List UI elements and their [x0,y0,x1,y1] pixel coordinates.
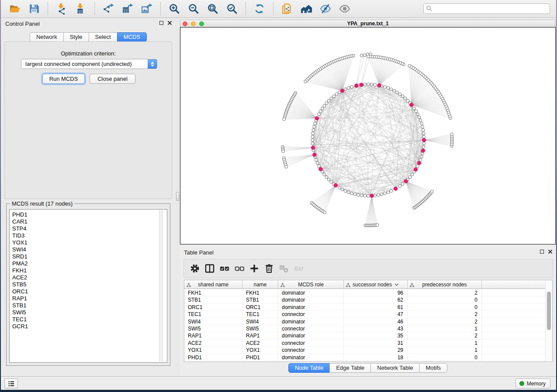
table-row[interactable]: SWI5SWI5connector431 [184,325,545,332]
table-row[interactable]: YOX1YOX1connector291 [184,347,545,354]
memory-status-icon [519,381,524,386]
settings-icon[interactable] [187,262,202,275]
column-header-MCDS-role[interactable]: MCDS role [278,280,344,289]
optimization-criterion-select[interactable]: largest connected component (undirected) [21,59,157,69]
float-panel-icon[interactable] [159,21,163,25]
mcds-result-node[interactable]: FKH1 [10,267,167,274]
vertical-splitter[interactable] [176,18,180,376]
table-row[interactable]: PHD1PHD1dominator180 [184,354,545,361]
network-graph[interactable] [180,28,555,244]
tab-edge-table[interactable]: Edge Table [329,363,371,373]
mcds-result-node[interactable]: CAR1 [10,218,167,225]
close-panel-icon[interactable] [167,21,172,25]
tab-network-table[interactable]: Network Table [370,363,419,373]
add-column-icon[interactable] [247,262,262,275]
close-panel-button[interactable]: Close panel [90,74,135,84]
column-header-shared-name[interactable]: shared name [184,280,242,289]
splitter-grip[interactable] [176,192,179,201]
export-image-icon[interactable] [140,2,153,15]
mcds-result-node[interactable]: RAP1 [10,295,167,302]
mcds-result-node[interactable]: SWI4 [10,246,167,253]
mcds-result-node[interactable]: TEC1 [10,316,167,323]
table-panel-title: Table Panel [184,249,214,256]
toolbar-separator [160,2,161,15]
optimization-criterion-label: Optimization criterion: [5,50,172,57]
tab-node-table[interactable]: Node Table [288,363,330,373]
delete-column-icon[interactable] [262,262,277,275]
network-canvas[interactable] [180,27,556,244]
network-window-titlebar[interactable]: YPA_prune.txt_1 [180,20,556,27]
import-table-icon[interactable] [74,2,87,15]
table-panel-tabs: Node TableEdge TableNetwork TableMotifs [180,363,556,373]
table-scrollbar[interactable] [545,280,552,361]
window-maximize-button[interactable] [199,21,204,26]
save-session-icon[interactable] [28,2,41,15]
export-network-icon[interactable] [102,2,115,15]
run-mcds-button[interactable]: Run MCDS [42,74,85,84]
node-table: shared namenameMCDS rolesuccessor nodesp… [184,280,553,362]
select-stepper-icon [148,59,157,69]
mcds-result-node[interactable]: SRD1 [10,253,167,260]
tab-mcds[interactable]: MCDS [117,32,147,42]
float-panel-icon[interactable] [540,250,544,254]
table-panel: Table Panel f(x) shared namenameMCDS rol… [180,247,556,376]
tab-network[interactable]: Network [30,32,64,42]
mcds-result-node[interactable]: PMA2 [10,260,167,267]
show-all-icon[interactable] [338,2,351,15]
open-file-icon[interactable] [8,2,21,15]
table-row[interactable]: TEC1TEC1connector472 [184,311,545,318]
mcds-result-node[interactable]: STP4 [10,225,167,232]
column-header-name[interactable]: name [242,280,278,289]
table-row[interactable]: SWI4SWI4dominator462 [184,318,545,325]
mcds-list-scrollbar[interactable] [159,210,163,362]
import-network-icon[interactable] [55,2,68,15]
task-history-button[interactable] [4,378,18,389]
tab-select[interactable]: Select [89,32,118,42]
shared-column-icon [280,282,285,289]
hide-selected-icon[interactable] [319,2,332,15]
mcds-result-node[interactable]: SWI5 [10,309,167,316]
main-toolbar [1,0,556,18]
table-row[interactable]: ACE2ACE2connector311 [184,340,545,347]
window-close-button[interactable] [183,21,187,26]
table-row[interactable]: FKH1FKH1dominator962 [184,289,545,296]
network-view-window: YPA_prune.txt_1 [180,20,556,244]
select-all-icon[interactable] [217,262,232,275]
table-row[interactable]: STB1STB1dominator620 [184,296,545,303]
control-panel: Control Panel NetworkStyleSelectMCDS Opt… [1,18,176,376]
mcds-result-node[interactable]: STB1 [10,302,167,309]
deselect-all-icon[interactable] [232,262,247,275]
column-header-predecessor-nodes[interactable]: predecessor nodes [408,280,482,289]
zoom-fit-icon[interactable] [206,2,219,15]
export-table-icon[interactable] [121,2,134,15]
mcds-result-node[interactable]: PHD1 [10,211,167,218]
apply-layout-icon[interactable] [253,2,266,15]
mcds-result-node[interactable]: STB5 [10,281,167,288]
mcds-result-node[interactable]: GCR1 [10,323,167,330]
table-row[interactable]: ORC1ORC1dominator610 [184,304,545,311]
table-scrollbar-thumb[interactable] [547,292,551,330]
window-minimize-button[interactable] [191,21,196,26]
tab-motifs[interactable]: Motifs [419,363,447,373]
mcds-result-node[interactable]: TID3 [10,232,167,239]
close-panel-icon[interactable] [548,249,553,254]
zoom-selected-icon[interactable] [225,2,239,15]
tab-style[interactable]: Style [63,32,89,42]
first-neighbors-icon[interactable] [300,2,313,15]
mcds-result-node[interactable]: YOX1 [10,239,167,246]
mcds-result-list[interactable]: PHD1CAR1STP4TID3YOX1SWI4SRD1PMA2FKH1ACE2… [9,209,167,363]
search-input[interactable] [423,3,550,14]
column-header-successor-nodes[interactable]: successor nodes [344,280,408,289]
memory-button[interactable]: Memory [515,378,550,389]
mcds-result-node[interactable]: ACE2 [10,274,167,281]
delete-table-icon [277,262,291,275]
zoom-in-icon[interactable] [168,2,181,15]
split-panel-icon[interactable] [202,262,217,275]
table-row[interactable]: RAP1RAP1dominator352 [184,332,545,339]
toolbar-separator [48,2,48,15]
clone-network-icon[interactable] [280,2,294,15]
mcds-result-node[interactable]: ORC1 [10,288,167,295]
zoom-out-icon[interactable] [187,2,200,15]
mcds-panel: Optimization criterion: largest connecte… [4,41,172,199]
status-bar: Memory [1,376,556,390]
